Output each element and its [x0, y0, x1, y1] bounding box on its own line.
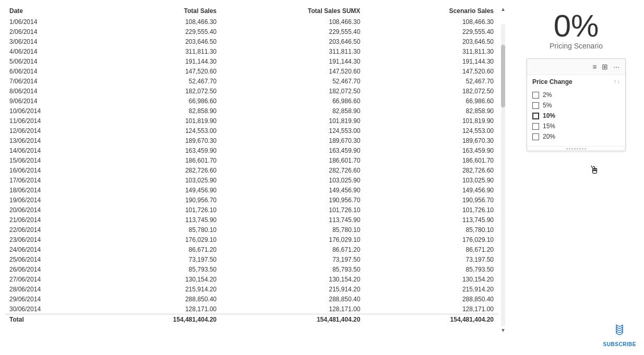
cell-25-1: 85,793.50 — [98, 264, 221, 274]
more-icon[interactable]: ··· — [612, 62, 621, 71]
cell-4-2: 191,144.30 — [221, 56, 364, 66]
cell-22-0: 23/06/2014 — [5, 235, 98, 244]
filter-checkbox-15%[interactable] — [532, 123, 539, 130]
lines-icon[interactable]: ≡ — [591, 62, 598, 71]
filter-option-10%[interactable]: 10% — [532, 111, 620, 121]
filter-option-2%[interactable]: 2% — [532, 90, 620, 100]
cell-13-1: 163,459.90 — [98, 145, 221, 155]
cell-7-3: 182,072.50 — [364, 86, 498, 96]
filter-option-label-5%: 5% — [543, 102, 552, 109]
filter-option-5%[interactable]: 5% — [532, 100, 620, 111]
subscribe-icon — [612, 323, 627, 340]
cell-4-1: 191,144.30 — [98, 56, 221, 66]
cell-26-0: 27/06/2014 — [5, 274, 98, 284]
cell-16-0: 17/06/2014 — [5, 175, 98, 185]
cell-24-1: 73,197.50 — [98, 254, 221, 264]
filter-options: 2%5%10%15%20% — [527, 88, 625, 146]
cell-2-1: 203,646.50 — [98, 36, 221, 46]
resize-handle[interactable] — [527, 146, 625, 151]
total-cell-1: 154,481,404.20 — [98, 314, 221, 325]
cell-16-1: 103,025.90 — [98, 175, 221, 185]
cell-29-1: 128,171.00 — [98, 304, 221, 314]
cell-0-2: 108,466.30 — [221, 17, 364, 27]
cell-3-1: 311,811.30 — [98, 46, 221, 56]
subscribe-label[interactable]: SUBSCRIBE — [603, 341, 636, 347]
cell-5-1: 147,520.60 — [98, 66, 221, 76]
cell-15-3: 282,726.60 — [364, 165, 498, 175]
cell-14-2: 186,601.70 — [221, 155, 364, 165]
filter-card-toolbar: ≡ ⊞ ··· — [591, 62, 621, 71]
data-table-section: Date Total Sales Total Sales SUMX Scenar… — [0, 0, 498, 355]
cell-18-2: 190,956.70 — [221, 195, 364, 205]
table-row: 24/06/201486,671.2086,671.2086,671.20 — [5, 244, 498, 254]
table-total-row: Total154,481,404.20154,481,404.20154,481… — [5, 314, 498, 325]
cell-18-1: 190,956.70 — [98, 195, 221, 205]
scroll-up-arrow[interactable]: ▲ — [500, 5, 506, 14]
scroll-down-arrow[interactable]: ▼ — [500, 326, 506, 335]
cell-25-3: 85,793.50 — [364, 264, 498, 274]
cell-8-2: 66,986.60 — [221, 96, 364, 106]
cell-8-1: 66,986.60 — [98, 96, 221, 106]
cell-3-3: 311,811.30 — [364, 46, 498, 56]
cursor-indicator: 🖱 — [589, 164, 600, 176]
cell-6-1: 52,467.70 — [98, 76, 221, 86]
cell-14-3: 186,601.70 — [364, 155, 498, 165]
cell-23-2: 86,671.20 — [221, 244, 364, 254]
cell-6-2: 52,467.70 — [221, 76, 364, 86]
filter-option-15%[interactable]: 15% — [532, 121, 620, 131]
cell-11-3: 124,553.00 — [364, 126, 498, 136]
cell-2-3: 203,646.50 — [364, 36, 498, 46]
filter-checkbox-5%[interactable] — [532, 102, 539, 109]
cell-9-1: 82,858.90 — [98, 106, 221, 116]
filter-checkbox-10%[interactable] — [532, 113, 539, 119]
cell-7-1: 182,072.50 — [98, 86, 221, 96]
cell-23-1: 86,671.20 — [98, 244, 221, 254]
cell-27-3: 215,914.20 — [364, 284, 498, 294]
cell-8-3: 66,986.60 — [364, 96, 498, 106]
table-row: 7/06/201452,467.7052,467.7052,467.70 — [5, 76, 498, 86]
cell-27-0: 28/06/2014 — [5, 284, 98, 294]
scrollbar-thumb[interactable] — [501, 45, 505, 107]
total-cell-3: 154,481,404.20 — [364, 314, 498, 325]
cell-26-3: 130,154.20 — [364, 274, 498, 284]
cell-22-3: 176,029.10 — [364, 235, 498, 244]
table-row: 3/06/2014203,646.50203,646.50203,646.50 — [5, 36, 498, 46]
grid-icon[interactable]: ⊞ — [600, 62, 610, 71]
cell-29-2: 128,171.00 — [221, 304, 364, 314]
cell-17-0: 18/06/2014 — [5, 185, 98, 195]
cell-29-0: 30/06/2014 — [5, 304, 98, 314]
table-row: 8/06/2014182,072.50182,072.50182,072.50 — [5, 86, 498, 96]
cell-15-1: 282,726.60 — [98, 165, 221, 175]
filter-checkbox-2%[interactable] — [532, 92, 539, 99]
cell-4-3: 191,144.30 — [364, 56, 498, 66]
table-row: 9/06/201466,986.6066,986.6066,986.60 — [5, 96, 498, 106]
filter-checkbox-20%[interactable] — [532, 133, 539, 140]
sort-up-icon[interactable]: ↑ — [614, 79, 616, 84]
filter-option-20%[interactable]: 20% — [532, 131, 620, 142]
cell-7-2: 182,072.50 — [221, 86, 364, 96]
cell-5-0: 6/06/2014 — [5, 66, 98, 76]
total-cell-2: 154,481,404.20 — [221, 314, 364, 325]
cell-6-0: 7/06/2014 — [5, 76, 98, 86]
scrollbar-track[interactable] — [501, 24, 505, 326]
table-row: 20/06/2014101,726.10101,726.10101,726.10 — [5, 205, 498, 215]
resize-dot-1 — [566, 148, 568, 150]
cell-13-2: 163,459.90 — [221, 145, 364, 155]
cell-20-2: 113,745.90 — [221, 215, 364, 225]
sort-down-icon[interactable]: ↓ — [617, 79, 620, 84]
cell-12-3: 189,670.30 — [364, 136, 498, 145]
subscribe-area: SUBSCRIBE — [603, 323, 636, 347]
filter-option-label-2%: 2% — [543, 91, 552, 99]
cell-11-0: 12/06/2014 — [5, 126, 98, 136]
cell-17-2: 149,456.90 — [221, 185, 364, 195]
table-body: 1/06/2014108,466.30108,466.30108,466.302… — [5, 17, 498, 324]
cell-25-2: 85,793.50 — [221, 264, 364, 274]
cell-15-0: 16/06/2014 — [5, 165, 98, 175]
cell-28-1: 288,850.40 — [98, 294, 221, 304]
table-row: 26/06/201485,793.5085,793.5085,793.50 — [5, 264, 498, 274]
table-row: 18/06/2014149,456.90149,456.90149,456.90 — [5, 185, 498, 195]
table-row: 13/06/2014189,670.30189,670.30189,670.30 — [5, 136, 498, 145]
cell-1-0: 2/06/2014 — [5, 27, 98, 36]
resize-dot-2 — [569, 148, 570, 150]
vertical-scrollbar[interactable]: ▲ ▼ — [498, 0, 508, 355]
